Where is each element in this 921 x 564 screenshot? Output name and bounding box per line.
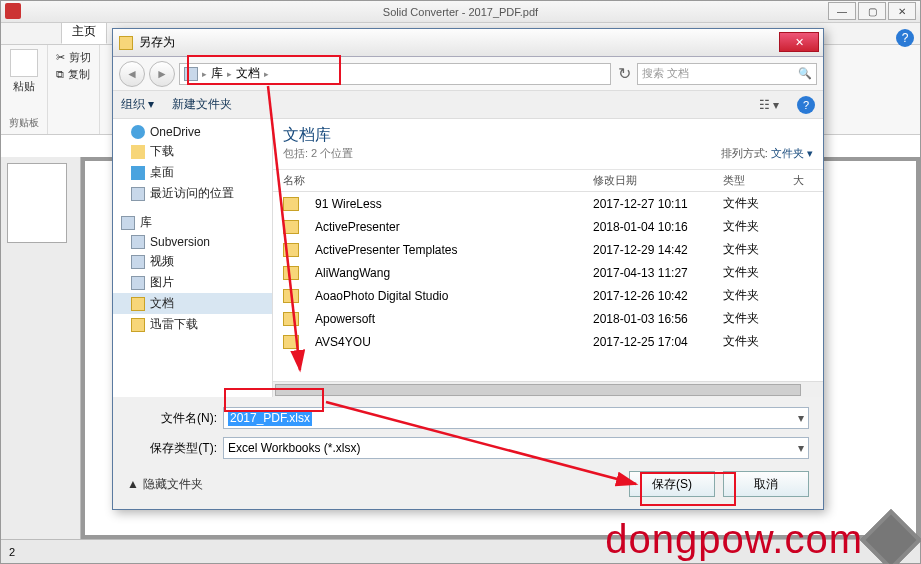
cancel-button[interactable]: 取消 [723,471,809,497]
tree-pictures[interactable]: 图片 [113,272,272,293]
table-row[interactable]: 91 WireLess2017-12-27 10:11文件夹 [273,192,823,215]
maximize-button[interactable]: ▢ [858,2,886,20]
file-name: 91 WireLess [305,197,593,211]
subversion-icon [131,235,145,249]
tree-recent[interactable]: 最近访问的位置 [113,183,272,204]
file-name: AoaoPhoto Digital Studio [305,289,593,303]
minimize-button[interactable]: — [828,2,856,20]
new-folder-button[interactable]: 新建文件夹 [172,96,232,113]
scissors-icon: ✂ [56,51,65,64]
table-row[interactable]: Apowersoft2018-01-03 16:56文件夹 [273,307,823,330]
status-bar: 2 [1,539,920,563]
file-date: 2018-01-04 10:16 [593,220,723,234]
folder-icon [131,297,145,311]
desktop-icon [131,166,145,180]
table-row[interactable]: ActivePresenter Templates2017-12-29 14:4… [273,238,823,261]
library-title: 文档库 [283,125,353,146]
table-row[interactable]: AoaoPhoto Digital Studio2017-12-26 10:42… [273,284,823,307]
app-titlebar: Solid Converter - 2017_PDF.pdf — ▢ ✕ [1,1,920,23]
dialog-toolbar: 组织 ▾ 新建文件夹 ☷ ▾ ? [113,91,823,119]
table-row[interactable]: ActivePresenter2018-01-04 10:16文件夹 [273,215,823,238]
search-icon: 🔍 [798,67,812,80]
close-button[interactable]: ✕ [888,2,916,20]
file-type: 文件夹 [723,264,793,281]
folder-icon [283,197,299,211]
page-thumbnail[interactable] [7,163,67,243]
file-date: 2017-12-26 10:42 [593,289,723,303]
folder-icon [283,220,299,234]
back-button[interactable]: ◄ [119,61,145,87]
paste-icon [10,49,38,77]
filename-label: 文件名(N): [127,410,217,427]
pictures-icon [131,276,145,290]
filename-input[interactable]: 2017_PDF.xlsx ▾ [223,407,809,429]
file-list[interactable]: 91 WireLess2017-12-27 10:11文件夹ActivePres… [273,192,823,381]
tree-video[interactable]: 视频 [113,251,272,272]
library-icon [121,216,135,230]
file-type: 文件夹 [723,195,793,212]
organize-menu[interactable]: 组织 ▾ [121,96,154,113]
file-date: 2017-12-25 17:04 [593,335,723,349]
file-date: 2018-01-03 16:56 [593,312,723,326]
file-type: 文件夹 [723,333,793,350]
chevron-up-icon: ▲ [127,477,139,491]
library-subtitle: 包括: 2 个位置 [283,146,353,161]
filetype-select[interactable]: Excel Workbooks (*.xlsx) ▾ [223,437,809,459]
tree-library[interactable]: 库 [113,212,272,233]
tree-onedrive[interactable]: OneDrive [113,123,272,141]
table-row[interactable]: AliWangWang2017-04-13 11:27文件夹 [273,261,823,284]
file-type: 文件夹 [723,310,793,327]
file-date: 2017-04-13 11:27 [593,266,723,280]
dialog-close-button[interactable]: ✕ [779,32,819,52]
col-date[interactable]: 修改日期 [593,173,723,188]
file-date: 2017-12-27 10:11 [593,197,723,211]
tree-documents[interactable]: 文档 [113,293,272,314]
tree-downloads[interactable]: 下载 [113,141,272,162]
file-name: Apowersoft [305,312,593,326]
dropdown-icon[interactable]: ▾ [798,441,804,455]
folder-tree[interactable]: OneDrive 下载 桌面 最近访问的位置 库 Subversion 视频 图… [113,119,273,397]
horizontal-scrollbar[interactable] [273,381,823,397]
app-title: Solid Converter - 2017_PDF.pdf [383,6,538,18]
hide-folders-toggle[interactable]: ▲ 隐藏文件夹 [127,476,203,493]
file-type: 文件夹 [723,287,793,304]
col-size[interactable]: 大 [793,173,823,188]
file-name: ActivePresenter Templates [305,243,593,257]
library-icon [184,67,198,81]
folder-icon [131,318,145,332]
help-icon[interactable]: ? [797,96,815,114]
cut-button[interactable]: ✂剪切 [56,50,91,65]
table-row[interactable]: AVS4YOU2017-12-25 17:04文件夹 [273,330,823,353]
copy-icon: ⧉ [56,68,64,81]
save-icon [119,36,133,50]
breadcrumb-documents[interactable]: 文档 [232,65,264,82]
folder-icon [283,266,299,280]
save-as-dialog: 另存为 ✕ ◄ ► ▸ 库 ▸ 文档 ▸ ↻ 搜索 文档 🔍 组织 ▾ 新建文件… [112,28,824,510]
breadcrumb-library[interactable]: 库 [207,65,227,82]
help-button[interactable]: ? [896,29,914,47]
thumbnail-panel [1,157,81,539]
folder-icon [283,243,299,257]
search-input[interactable]: 搜索 文档 🔍 [637,63,817,85]
dialog-title: 另存为 [139,34,175,51]
col-type[interactable]: 类型 [723,173,793,188]
folder-icon [283,335,299,349]
column-headers[interactable]: 名称 修改日期 类型 大 [273,170,823,192]
folder-icon [283,289,299,303]
paste-button[interactable]: 粘贴 [10,49,38,94]
copy-button[interactable]: ⧉复制 [56,67,90,82]
file-name: AliWangWang [305,266,593,280]
app-logo-icon [5,3,21,19]
tree-desktop[interactable]: 桌面 [113,162,272,183]
save-button[interactable]: 保存(S) [629,471,715,497]
tree-xunlei[interactable]: 迅雷下载 [113,314,272,335]
filetype-label: 保存类型(T): [127,440,217,457]
dropdown-icon[interactable]: ▾ [798,411,804,425]
refresh-button[interactable]: ↻ [615,64,633,83]
view-menu[interactable]: ☷ ▾ [759,98,779,112]
forward-button[interactable]: ► [149,61,175,87]
col-name[interactable]: 名称 [273,173,593,188]
sort-by[interactable]: 排列方式: 文件夹 ▾ [721,146,813,161]
breadcrumb-bar[interactable]: ▸ 库 ▸ 文档 ▸ [179,63,611,85]
tree-subversion[interactable]: Subversion [113,233,272,251]
